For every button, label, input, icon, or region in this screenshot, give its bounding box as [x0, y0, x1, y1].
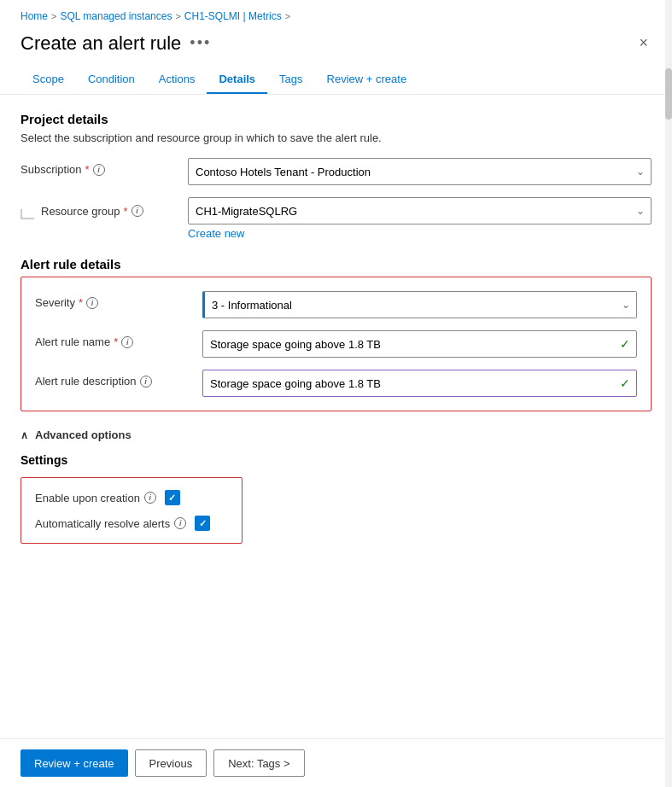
footer: Review + create Previous Next: Tags > [0, 738, 672, 787]
resource-group-label-container: Resource group * i [20, 197, 174, 219]
alert-name-control: ✓ [202, 330, 637, 358]
tab-tags[interactable]: Tags [267, 66, 314, 94]
enable-upon-creation-row: Enable upon creation i [35, 490, 228, 505]
resource-group-select-wrapper: CH1-MigrateSQLRG ⌄ [188, 197, 652, 224]
settings-title: Settings [20, 453, 652, 467]
subscription-select-wrapper: Contoso Hotels Tenant - Production ⌄ [188, 158, 652, 185]
severity-select-wrapper: 3 - Informational ⌄ [202, 291, 637, 318]
create-new-link[interactable]: Create new [188, 227, 244, 240]
severity-row: Severity * i 3 - Informational ⌄ [35, 291, 637, 318]
sub-indent-icon [20, 209, 34, 219]
alert-name-required-star: * [114, 335, 118, 348]
header-left: Create an alert rule ••• [20, 32, 211, 55]
alert-desc-info-icon[interactable]: i [140, 376, 152, 388]
next-button[interactable]: Next: Tags > [213, 749, 304, 777]
resource-group-info-icon[interactable]: i [131, 205, 143, 217]
required-star: * [85, 163, 90, 176]
tab-actions[interactable]: Actions [147, 66, 207, 94]
tab-scope[interactable]: Scope [20, 66, 76, 94]
scrollbar-thumb[interactable] [665, 68, 672, 120]
subscription-row: Subscription * i Contoso Hotels Tenant -… [20, 158, 652, 185]
sep2: > [175, 11, 180, 21]
breadcrumb-home[interactable]: Home [20, 10, 48, 22]
auto-resolve-info-icon[interactable]: i [174, 517, 186, 529]
resource-group-control: CH1-MigrateSQLRG ⌄ Create new [188, 197, 652, 240]
subscription-control: Contoso Hotels Tenant - Production ⌄ [188, 158, 652, 185]
alert-rule-details-box: Severity * i 3 - Informational ⌄ [20, 277, 652, 411]
tab-review-create[interactable]: Review + create [315, 66, 419, 94]
subscription-info-icon[interactable]: i [93, 164, 105, 176]
auto-resolve-label: Automatically resolve alerts i [35, 517, 186, 530]
review-create-button[interactable]: Review + create [20, 749, 128, 777]
auto-resolve-checkbox[interactable] [195, 516, 210, 531]
resource-group-row: Resource group * i CH1-MigrateSQLRG ⌄ Cr… [20, 197, 652, 240]
alert-name-input[interactable] [202, 330, 637, 358]
project-details-desc: Select the subscription and resource gro… [20, 131, 652, 144]
severity-info-icon[interactable]: i [86, 297, 98, 309]
alert-name-info-icon[interactable]: i [121, 336, 133, 348]
page-header: Create an alert rule ••• × [0, 27, 672, 66]
alert-desc-input-wrapper: ✓ [202, 370, 637, 397]
enable-info-icon[interactable]: i [144, 492, 156, 504]
alert-desc-input[interactable] [202, 370, 637, 397]
advanced-chevron-up-icon: ∧ [20, 429, 28, 441]
project-details-title: Project details [20, 112, 652, 126]
previous-button[interactable]: Previous [135, 749, 207, 777]
alert-name-input-wrapper: ✓ [202, 330, 637, 358]
alert-rule-details-title: Alert rule details [20, 257, 652, 271]
advanced-options-header[interactable]: ∧ Advanced options [20, 428, 652, 441]
advanced-options-section: ∧ Advanced options Settings Enable upon … [20, 428, 652, 544]
tab-condition[interactable]: Condition [76, 66, 147, 94]
scrollbar-track [665, 0, 672, 787]
breadcrumb-metrics[interactable]: CH1-SQLMI | Metrics [184, 10, 282, 22]
subscription-select[interactable]: Contoso Hotels Tenant - Production [188, 158, 652, 185]
tab-details[interactable]: Details [207, 66, 267, 94]
breadcrumb-sql[interactable]: SQL managed instances [60, 10, 172, 22]
tab-bar: Scope Condition Actions Details Tags Rev… [0, 66, 672, 95]
resource-group-select[interactable]: CH1-MigrateSQLRG [188, 197, 652, 224]
enable-upon-creation-checkbox[interactable] [165, 490, 180, 505]
page-title: Create an alert rule [20, 32, 181, 55]
alert-desc-label: Alert rule description i [35, 370, 189, 388]
advanced-options-title: Advanced options [35, 428, 131, 441]
breadcrumb: Home > SQL managed instances > CH1-SQLMI… [0, 0, 672, 27]
more-options-icon[interactable]: ••• [190, 34, 211, 52]
sep1: > [51, 11, 56, 21]
alert-rule-details-section: Alert rule details Severity * i 3 - Info… [20, 257, 652, 411]
alert-desc-control: ✓ [202, 370, 637, 397]
main-content: Project details Select the subscription … [0, 95, 672, 738]
settings-box: Enable upon creation i Automatically res… [20, 477, 243, 544]
alert-name-row: Alert rule name * i ✓ [35, 330, 637, 358]
severity-control: 3 - Informational ⌄ [202, 291, 637, 318]
resource-group-required-star: * [124, 205, 128, 218]
subscription-label: Subscription * i [20, 158, 174, 176]
severity-label: Severity * i [35, 291, 189, 309]
enable-upon-creation-label: Enable upon creation i [35, 492, 156, 504]
sep3: > [285, 11, 290, 21]
alert-desc-row: Alert rule description i ✓ [35, 370, 637, 397]
close-button[interactable]: × [635, 31, 652, 55]
severity-required-star: * [79, 296, 83, 309]
auto-resolve-row: Automatically resolve alerts i [35, 516, 228, 531]
project-details-section: Project details Select the subscription … [20, 112, 652, 240]
alert-name-label: Alert rule name * i [35, 330, 189, 348]
severity-select[interactable]: 3 - Informational [202, 291, 637, 318]
